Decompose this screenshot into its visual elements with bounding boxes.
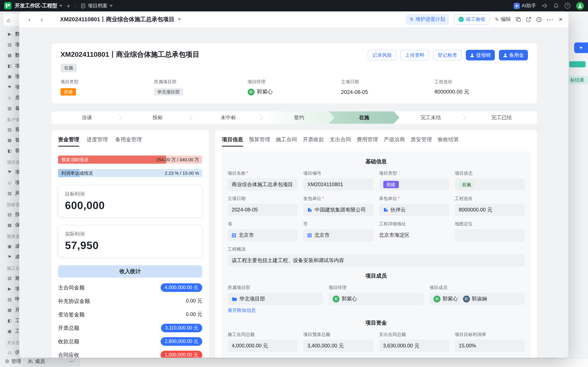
ai-sparkle-icon xyxy=(513,3,520,9)
form-field-value[interactable]: 3,400,000.00 元 xyxy=(303,340,374,352)
workspace-title: 开发工作区-工程型 xyxy=(15,2,57,9)
form-field-value[interactable] xyxy=(455,229,525,241)
workspace-switcher[interactable]: 开发工作区-工程型 xyxy=(15,2,62,9)
form-field-value[interactable]: 房建 xyxy=(379,178,449,191)
finance-panel: 资金管理进度管理备用金管理 预算消耗情况254.20 万 / 340.00 万利… xyxy=(51,130,209,358)
project-info-tab[interactable]: 施工合同 xyxy=(276,136,297,147)
gear-icon: ⚙ xyxy=(5,359,9,364)
form-field-label: 项目经理 xyxy=(329,284,424,291)
amount-pill[interactable]: 3,110,000.00 元 xyxy=(161,324,202,332)
project-info-tab[interactable]: 费用管理 xyxy=(357,136,378,147)
overview-action-button[interactable]: 上传资料 xyxy=(401,50,429,60)
stage-segment[interactable]: 完工已结 xyxy=(466,111,537,124)
form-field-value[interactable]: 该工程主要包括土建工程、设备安装和调试等内容 xyxy=(228,254,525,267)
form-field-value[interactable]: 华北项目部 xyxy=(228,293,323,305)
members-button[interactable]: 成员 xyxy=(28,358,45,365)
stage-segment[interactable]: 投标 xyxy=(122,111,193,124)
project-info-tab[interactable]: 预算管理 xyxy=(249,136,270,147)
notification-icon[interactable] xyxy=(553,3,559,8)
completion-acceptance-button[interactable]: ✓ 竣工验收 xyxy=(454,14,490,25)
form-field-value[interactable]: 郭郭紫心 xyxy=(329,293,424,305)
form-field-value[interactable]: 4,000,000.00 元 xyxy=(228,340,298,352)
form-field-value[interactable]: 2024-08-05 xyxy=(228,204,298,216)
sidebar-item-icon: ◧ xyxy=(7,148,12,153)
background-teal-button[interactable] xyxy=(569,61,586,67)
share-icon[interactable] xyxy=(526,17,531,22)
finance-tab[interactable]: 进度管理 xyxy=(87,136,108,147)
overview-primary-button[interactable]: 备用金 xyxy=(499,50,528,60)
amount-pill[interactable]: 4,000,000.00 元 xyxy=(161,283,202,292)
form-field-value[interactable]: 15.00% xyxy=(455,340,525,352)
overview-action-button[interactable]: 记录风险 xyxy=(368,50,396,60)
project-info-tab[interactable]: 验收结算 xyxy=(438,136,459,147)
edit-button[interactable]: ✎ 编辑 xyxy=(495,16,511,23)
form-field-label: 所属项目部 xyxy=(228,284,323,291)
tab-project-archive[interactable]: 项目档案 xyxy=(80,2,113,9)
form-field-value[interactable]: 郭郭紫心郭郭淑娴 xyxy=(429,293,525,305)
overview-primary-button[interactable]: 提报销 xyxy=(466,50,495,60)
form-field-value[interactable]: 北京市 xyxy=(303,229,374,241)
project-info-tab[interactable]: 支出合同 xyxy=(330,136,351,147)
project-info-tab[interactable]: 产值洽商 xyxy=(384,136,405,147)
finance-tab[interactable]: 备用金管理 xyxy=(115,136,142,147)
form-field-label: 支出合同总额 xyxy=(379,332,449,338)
stage-progress-bar: 洽谈投标未中标签约在施完工未结完工已结 xyxy=(51,111,537,124)
stage-segment[interactable]: 签约 xyxy=(264,111,334,124)
form-field-value[interactable]: 在施 xyxy=(455,178,525,191)
chevron-down-icon[interactable] xyxy=(178,18,181,20)
expand-extra-info-link[interactable]: 展开附加信息 xyxy=(228,307,323,314)
close-icon[interactable]: × xyxy=(559,15,563,24)
copy-icon[interactable] xyxy=(516,17,521,22)
form-field-text: 该工程主要包括土建工程、设备安装和调试等内容 xyxy=(232,257,344,264)
app-logo-icon[interactable] xyxy=(4,2,11,9)
progress-bar: 预算消耗情况254.20 万 / 340.00 万 xyxy=(58,156,202,164)
maintain-schedule-button[interactable]: ⇅ 维护进度计划 xyxy=(406,14,449,25)
amount-pill[interactable]: 2,600,000.00 元 xyxy=(161,337,202,346)
sidebar-item-icon: ▦ xyxy=(7,307,12,312)
form-field-value[interactable]: 3,630,000.00 元 xyxy=(379,340,449,352)
form-field-value[interactable]: 伙伴云 xyxy=(379,204,449,216)
overview-action-button[interactable]: 登记检查 xyxy=(433,50,462,60)
field-tag: 在施 xyxy=(459,181,474,188)
member-avatar: 郭 xyxy=(332,295,340,302)
background-blue-button[interactable] xyxy=(574,42,588,53)
stage-segment[interactable]: 完工未结 xyxy=(395,111,466,124)
amount-pill[interactable]: 1,000,000.00 元 xyxy=(161,351,202,358)
form-field-value[interactable]: XM2024110801 xyxy=(303,178,374,191)
form-field-label-text: 所属项目部 xyxy=(228,284,250,291)
ai-assistant-button[interactable]: AI助手 xyxy=(513,2,536,9)
user-avatar[interactable] xyxy=(576,2,584,10)
form-field-value[interactable]: 8000000.00 元 xyxy=(455,204,525,216)
forward-button[interactable]: › xyxy=(37,15,46,24)
form-field-label: 项目收支差额 xyxy=(379,357,449,358)
amount-label: 开票总额 xyxy=(58,324,79,332)
stage-segment[interactable]: 在施 xyxy=(329,111,400,124)
help-icon[interactable]: ? xyxy=(565,3,571,8)
new-tab-button[interactable]: + xyxy=(67,2,70,9)
finance-tab[interactable]: 资金管理 xyxy=(58,136,79,147)
member-chip: 郭郭紫心 xyxy=(434,295,458,302)
announcement-icon[interactable] xyxy=(542,3,547,8)
stage-segment[interactable]: 洽谈 xyxy=(51,111,122,124)
more-icon[interactable]: ··· xyxy=(69,359,75,364)
project-info-tab[interactable]: 项目信息 xyxy=(222,136,243,147)
form-field-label-text: 项目实际利润率 xyxy=(455,357,486,358)
back-button[interactable]: ‹ xyxy=(25,15,34,24)
form-field-value[interactable]: 北京市 xyxy=(228,229,298,241)
overview-field-value: 华北项目部 xyxy=(154,88,248,96)
form-field-label-text: 工程造价 xyxy=(455,196,473,202)
manage-button[interactable]: ⚙ 管理 xyxy=(5,358,21,365)
form-field-value[interactable]: 中国建筑集团有限公司 xyxy=(303,204,374,216)
stage-segment[interactable]: 未中标 xyxy=(193,111,264,124)
sidebar-item-icon: ▦ xyxy=(7,223,12,227)
more-icon[interactable]: ··· xyxy=(547,16,554,23)
form-field: 项目状态在施 xyxy=(455,170,525,191)
form-field-value[interactable]: 商业综合体施工总承包项目 xyxy=(228,178,298,191)
project-info-tab[interactable]: 开票收款 xyxy=(303,136,324,147)
overview-field: 项目经理郭郭紫心 xyxy=(247,79,341,96)
project-info-tab[interactable]: 质安管理 xyxy=(411,136,432,147)
history-icon[interactable] xyxy=(536,17,542,22)
profit-card: 目标利润600,000 xyxy=(58,185,202,217)
income-stats-button[interactable]: 收入统计 xyxy=(58,265,202,278)
acceptance-label: 竣工验收 xyxy=(466,16,486,23)
